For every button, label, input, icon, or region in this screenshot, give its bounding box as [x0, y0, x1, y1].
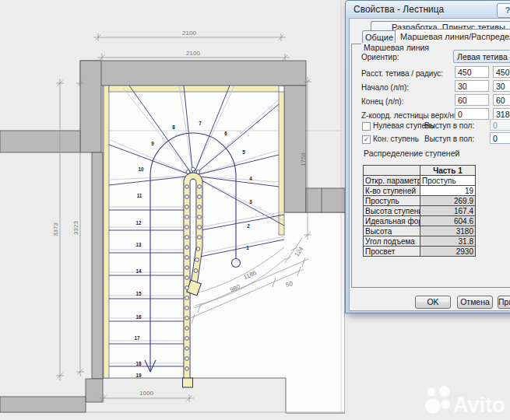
svg-text:2: 2: [247, 223, 250, 229]
ok-button[interactable]: OK: [415, 296, 451, 309]
orient-label: Ориентир:: [361, 53, 399, 61]
end-input-1[interactable]: 60: [455, 94, 489, 106]
app-root: { "drawing": { "dimensions": { "top_oute…: [0, 0, 510, 420]
svg-text:1000: 1000: [139, 390, 153, 397]
svg-text:6: 6: [224, 131, 227, 136]
table-row: Просвет 2930: [364, 247, 476, 257]
svg-text:3373: 3373: [52, 222, 59, 236]
end-input-2[interactable]: 60: [493, 94, 510, 106]
step-distribution-table: Часть 1 Откр. параметр Проступь К-во сту…: [363, 165, 476, 257]
table-header-row: Часть 1: [364, 166, 476, 176]
apply-button[interactable]: Применить: [498, 296, 510, 309]
row-label: Проступь: [364, 196, 420, 206]
start-label: Начало (л/п):: [361, 83, 409, 92]
dialog-title: Свойства - Лестница: [353, 4, 444, 15]
table-row: Откр. параметр Проступь: [364, 176, 476, 186]
svg-text:3323: 3323: [72, 221, 79, 235]
end-step-label: Кон. ступень: [373, 135, 419, 143]
properties-dialog: Свойства - Лестница ? Разработка, Плинту…: [345, 0, 510, 313]
table-row: Идеальная формул 604.6: [364, 216, 476, 226]
floor-protrusion-input-2[interactable]: 0: [490, 132, 510, 144]
svg-text:11: 11: [137, 193, 142, 198]
svg-text:14: 14: [135, 268, 142, 274]
watermark: Avito: [420, 384, 510, 420]
dist-radius-input-1[interactable]: 450: [455, 66, 489, 78]
dist-radius-input-2[interactable]: 450: [493, 66, 510, 78]
svg-text:2100: 2100: [182, 30, 196, 37]
table-row: Высота 3180: [364, 226, 476, 236]
row-label: Угол подъема: [364, 236, 420, 247]
floor-protrusion-label-1: Выступ в пол:: [424, 121, 474, 130]
orient-value: Левая тетива: [457, 52, 508, 61]
floor-plan-canvas[interactable]: 1 2 3 4 5 6 7 8 9 10 11 12 13 14 15 16 1…: [0, 0, 345, 420]
end-step-checkbox[interactable]: ✓: [362, 135, 371, 144]
svg-text:7: 7: [199, 121, 202, 126]
table-row: Проступь 269.9: [364, 196, 476, 206]
row-label: Откр. параметр: [364, 176, 420, 186]
start-input-2[interactable]: 30: [493, 80, 510, 92]
row-value: 2930: [420, 247, 476, 257]
start-input-1[interactable]: 30: [455, 80, 489, 92]
newel-pad-bottom: [183, 378, 193, 387]
row-label: К-во ступеней: [364, 186, 420, 196]
help-button[interactable]: ?: [497, 3, 510, 18]
watermark-brand: Avito: [453, 394, 505, 417]
svg-text:15: 15: [135, 291, 142, 296]
table-row: Высота ступени 167.4: [364, 206, 476, 216]
dialog-client-area: Разработка, Плинтус тетивы Общие Маршева…: [349, 18, 510, 311]
row-label: Идеальная формул: [364, 216, 420, 226]
row-label: Высота: [364, 226, 420, 236]
tab-marshevaya-active[interactable]: Маршевая линия/Распределение ступеней: [395, 29, 510, 44]
dist-radius-label: Расст. тетива / радиус:: [361, 69, 443, 78]
zcoord-label: Z-коорд. лестницы верх/низ:: [361, 111, 464, 120]
table-col-header: Часть 1: [420, 166, 476, 176]
svg-text:1: 1: [246, 245, 249, 250]
walkline-start-circle: [232, 259, 241, 268]
orient-select[interactable]: Левая тетива ▼: [453, 50, 510, 63]
row-value[interactable]: Проступь: [420, 176, 476, 186]
svg-text:12: 12: [135, 220, 142, 226]
floor-protrusion-input-1: 0: [490, 119, 510, 131]
table-corner-cell: [364, 166, 420, 176]
row-label: Просвет: [364, 247, 420, 257]
march-line-group-label: Маршевая линия: [361, 43, 431, 52]
svg-text:1758: 1758: [300, 152, 307, 166]
floor-protrusion-label-2: Выступ в пол:: [424, 135, 474, 143]
zero-step-checkbox[interactable]: [362, 122, 371, 131]
top-stringer: [109, 86, 279, 92]
row-value: 269.9: [420, 196, 476, 206]
zcoord-input-2[interactable]: 3180: [493, 108, 510, 120]
svg-text:3: 3: [249, 199, 252, 205]
left-stringer: [104, 86, 109, 378]
table-row: К-во ступеней 19: [364, 186, 476, 196]
svg-text:10: 10: [138, 166, 144, 172]
row-value: 604.6: [420, 216, 476, 226]
svg-text:9: 9: [151, 141, 154, 146]
right-stringer: [279, 92, 284, 235]
svg-text:4: 4: [249, 176, 252, 181]
row-value: 167.4: [420, 206, 476, 216]
step-distribution-group-label: Распределение ступеней: [361, 149, 462, 158]
svg-text:16: 16: [135, 314, 142, 320]
svg-text:18: 18: [135, 361, 142, 366]
svg-text:8: 8: [172, 124, 175, 130]
row-label: Высота ступени: [364, 206, 420, 216]
row-value: 3180: [420, 226, 476, 236]
svg-text:13: 13: [135, 242, 142, 247]
row-value: 31.8: [420, 236, 476, 247]
cancel-button[interactable]: Отмена: [457, 296, 493, 309]
svg-text:5: 5: [242, 149, 245, 155]
end-label: Конец (л/п):: [361, 97, 403, 106]
row-value[interactable]: 19: [420, 186, 476, 196]
table-row: Угол подъема 31.8: [364, 236, 476, 247]
svg-text:2100: 2100: [186, 50, 200, 57]
svg-text:17: 17: [134, 335, 140, 341]
zcoord-input-1[interactable]: 0: [455, 108, 489, 120]
svg-text:19: 19: [135, 373, 142, 378]
avito-logo-icon: [425, 386, 450, 414]
